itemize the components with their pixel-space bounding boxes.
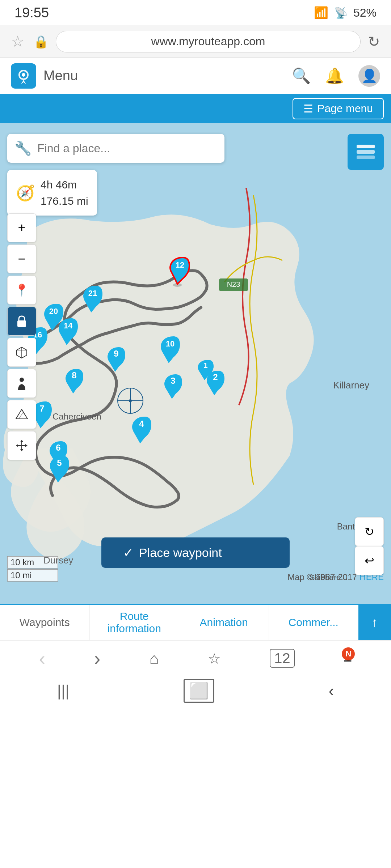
cube-button[interactable] xyxy=(7,338,36,367)
zoom-in-button[interactable]: + xyxy=(7,213,36,242)
svg-text:9: 9 xyxy=(114,349,118,358)
tab-animation[interactable]: Animation xyxy=(179,605,269,640)
refresh-icon[interactable]: ↻ xyxy=(368,33,380,50)
url-bar[interactable]: www.myrouteapp.com xyxy=(56,31,361,52)
svg-text:14: 14 xyxy=(64,321,73,330)
route-info-box: 🧭 4h 46m 176.15 mi xyxy=(7,170,97,216)
browser-bar: ☆ 🔒 www.myrouteapp.com ↻ xyxy=(0,25,391,58)
android-recent-button[interactable]: ‹ xyxy=(329,682,334,700)
android-back-button[interactable]: ||| xyxy=(57,682,70,700)
svg-marker-19 xyxy=(20,449,23,451)
place-waypoint-label: Place waypoint xyxy=(139,546,222,560)
svg-rect-7 xyxy=(357,150,375,154)
notification-badge: N xyxy=(342,647,355,660)
lock-button[interactable] xyxy=(7,307,36,336)
location-button[interactable]: 📍 xyxy=(7,276,36,305)
waypoint-9[interactable]: 9 xyxy=(104,347,126,375)
search-input[interactable] xyxy=(37,142,217,155)
svg-rect-9 xyxy=(17,320,26,327)
search-icon[interactable]: 🔍 xyxy=(292,67,311,85)
waypoint-12[interactable]: 12 xyxy=(165,257,190,289)
waypoint-4[interactable]: 4 xyxy=(129,417,152,447)
app-logo[interactable] xyxy=(11,63,36,89)
svg-text:4: 4 xyxy=(139,419,144,429)
recenter-button[interactable]: ↻ xyxy=(355,517,384,546)
waypoint-mode-button[interactable] xyxy=(7,431,36,460)
route-duration: 4h 46m xyxy=(41,176,88,193)
wifi-icon: 📶 xyxy=(314,6,328,20)
crosshair xyxy=(116,386,145,417)
layers-icon xyxy=(355,141,377,163)
url-text: www.myrouteapp.com xyxy=(151,35,265,48)
place-waypoint-button[interactable]: ✓ Place waypoint xyxy=(101,537,290,568)
browser-nav: ‹ › ⌂ ☆ 12 ≡ N xyxy=(0,640,391,676)
check-icon: ✓ xyxy=(123,545,133,560)
bottom-tabs: Waypoints Route information Animation Co… xyxy=(0,604,391,640)
svg-point-13 xyxy=(20,378,24,382)
search-bar[interactable]: 🔧 xyxy=(7,134,224,163)
menu-label[interactable]: Menu xyxy=(43,68,285,84)
notifications-button[interactable]: ≡ N xyxy=(344,650,352,667)
bookmark-icon[interactable]: ☆ xyxy=(11,33,25,50)
svg-point-2 xyxy=(22,73,25,77)
waypoint-10[interactable]: 10 xyxy=(157,336,181,367)
lock-icon xyxy=(15,315,28,328)
svg-text:21: 21 xyxy=(88,289,97,298)
svg-text:20: 20 xyxy=(49,307,58,316)
bell-icon[interactable]: 🔔 xyxy=(325,67,344,85)
svg-rect-6 xyxy=(357,145,375,148)
tab-route-information[interactable]: Route information xyxy=(90,605,180,640)
route-distance: 176.15 mi xyxy=(41,193,88,209)
zoom-out-button[interactable]: − xyxy=(7,244,36,273)
route-info-tab-label: Route information xyxy=(93,610,176,635)
tab-waypoints[interactable]: Waypoints xyxy=(0,605,90,640)
person-button[interactable] xyxy=(7,369,36,398)
terrain-button[interactable] xyxy=(7,400,36,429)
back-button[interactable]: ‹ xyxy=(39,648,45,669)
page-menu-bar: ☰ Page menu xyxy=(0,94,391,123)
status-time: 19:55 xyxy=(14,5,49,21)
page-menu-button[interactable]: ☰ Page menu xyxy=(293,98,384,119)
waypoint-21[interactable]: 21 xyxy=(80,286,103,316)
svg-text:2: 2 xyxy=(213,372,218,382)
forward-button[interactable]: › xyxy=(94,648,100,669)
home-button[interactable]: ⌂ xyxy=(150,650,159,668)
arrows-icon xyxy=(15,439,28,452)
svg-marker-21 xyxy=(25,444,28,447)
svg-text:1: 1 xyxy=(203,361,207,369)
android-home-button[interactable]: ⬜ xyxy=(184,679,214,703)
status-icons: 📶 📡 52% xyxy=(314,6,377,20)
search-tool-icon: 🔧 xyxy=(14,140,31,156)
svg-text:8: 8 xyxy=(72,370,76,380)
svg-marker-15 xyxy=(19,412,28,419)
map-container[interactable]: N23 🔧 🧭 4h 46m 176.15 mi + − 📍 xyxy=(0,123,391,604)
browser-icons: ☆ 🔒 xyxy=(11,33,49,50)
undo-button[interactable]: ↩ xyxy=(355,546,384,575)
waypoint-14[interactable]: 14 xyxy=(55,318,79,349)
layer-button[interactable] xyxy=(348,134,384,170)
waypoint-5[interactable]: 5 xyxy=(46,456,70,486)
signal-icon: 📡 xyxy=(334,7,348,19)
bookmark-button[interactable]: ☆ xyxy=(208,650,221,667)
lock-icon: 🔒 xyxy=(33,34,49,49)
tab-comments[interactable]: Commer... xyxy=(269,605,359,640)
dursey-label: Dursey xyxy=(43,555,73,566)
tabs-scroll-up-button[interactable]: ↑ xyxy=(358,605,391,640)
killarney-label: Killarney xyxy=(333,380,369,391)
tabs-button[interactable]: 12 xyxy=(270,650,295,667)
svg-point-41 xyxy=(129,399,132,402)
arrow-up-icon: ↑ xyxy=(371,615,378,630)
header-icons: 🔍 🔔 👤 xyxy=(292,65,380,87)
waypoint-1[interactable]: 1 xyxy=(196,360,214,384)
scale-mi: 10 mi xyxy=(7,569,58,582)
svg-text:6: 6 xyxy=(56,443,60,452)
animation-tab-label: Animation xyxy=(200,616,248,629)
waypoint-3[interactable]: 3 xyxy=(161,374,183,403)
cube-icon xyxy=(15,346,28,359)
mountain-icon xyxy=(15,408,28,421)
waypoint-8[interactable]: 8 xyxy=(62,369,84,397)
avatar[interactable]: 👤 xyxy=(358,65,380,87)
svg-text:12: 12 xyxy=(176,260,184,269)
caherciveen-label: Caherciveen xyxy=(52,412,101,422)
hamburger-icon: ☰ xyxy=(303,102,313,115)
